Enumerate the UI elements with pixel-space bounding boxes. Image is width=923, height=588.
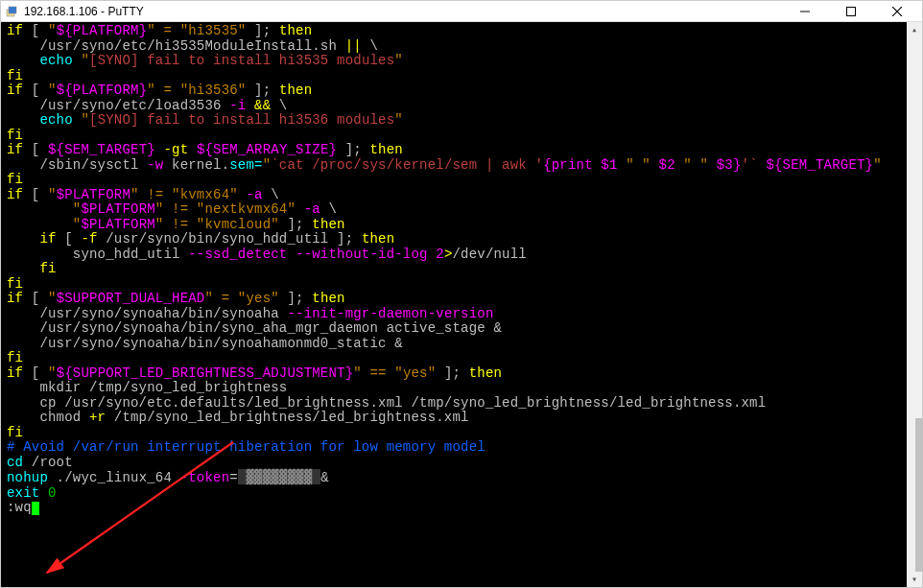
code-token: fi — [39, 261, 56, 276]
code-token: -a — [246, 187, 262, 202]
code-token: +r — [89, 410, 106, 425]
code-token: cd — [7, 455, 23, 470]
code-token: ${PLATFORM} — [57, 23, 148, 38]
cursor — [32, 502, 39, 515]
terminal-line: chmod +r /tmp/syno_led_brightness/led_br… — [7, 411, 916, 426]
code-token: ]; — [246, 23, 278, 38]
code-token: \ — [362, 38, 378, 54]
terminal-line: "$PLATFORM" != "kvmcloud" ]; then — [7, 218, 916, 233]
code-token: \ — [320, 201, 337, 217]
code-token: ]; — [436, 365, 468, 381]
terminal-line: "$PLATFORM" != "nextkvmx64" -a \ — [7, 202, 916, 218]
code-token: [SYNO] fail to install hi3535 modules — [89, 53, 394, 68]
code-token: ./wyc_linux_64 — [48, 470, 180, 485]
code-token: " — [48, 365, 57, 381]
terminal-line: if [ -f /usr/syno/bin/syno_hdd_util ]; t… — [7, 232, 916, 247]
terminal-line: if [ "$SUPPORT_DUAL_HEAD" = "yes" ]; the… — [7, 292, 916, 307]
code-token: $2 — [651, 157, 683, 173]
terminal-line: /usr/syno/synoaha/bin/synoaha --init-mgr… — [7, 307, 916, 322]
code-token: /usr/syno/synoaha/bin/synoahamonmd0_stat… — [7, 336, 403, 351]
code-token — [7, 112, 39, 128]
code-token: $SUPPORT_DUAL_HEAD — [57, 291, 205, 306]
code-token: /dev/null — [453, 247, 527, 262]
code-token: # Avoid /var/run interrupt hiberation fo… — [7, 439, 485, 455]
terminal-line: if [ "${PLATFORM}" = "hi3536" ]; then — [7, 83, 916, 99]
code-token: if — [7, 142, 23, 157]
code-token: /usr/syno/etc/load3536 — [7, 98, 229, 113]
code-token — [296, 201, 304, 217]
code-token: then — [312, 291, 344, 306]
terminal-line: /usr/syno/synoaha/bin/synoahamonmd0_stat… — [7, 337, 916, 352]
code-token: --ssd_detect --without-id-log 2 — [188, 247, 444, 262]
minimize-button[interactable] — [792, 2, 818, 21]
code-token: 0 — [39, 485, 56, 501]
terminal-line: /usr/syno/etc/load3536 -i && \ — [7, 99, 916, 114]
code-token: " — [81, 112, 89, 128]
vim-command-line[interactable]: :wq — [7, 501, 916, 516]
code-token: fi — [7, 172, 23, 187]
code-token: -a — [304, 201, 320, 217]
code-token: > — [444, 247, 453, 262]
code-token: if — [7, 187, 23, 202]
terminal-area[interactable]: if [ "${PLATFORM}" = "hi3535" ]; then /u… — [1, 22, 922, 587]
code-token: echo — [39, 112, 72, 128]
terminal-line: syno_hdd_util --ssd_detect --without-id-… — [7, 247, 916, 263]
code-token: $PLATFORM — [81, 201, 154, 217]
vertical-scrollbar[interactable]: ▴ ▾ — [907, 22, 922, 587]
code-token: kernel. — [163, 157, 229, 173]
code-token: --init-mgr-daemon-version — [287, 306, 493, 321]
terminal-line: /usr/syno/synoaha/bin/syno_aha_mgr_daemo… — [7, 321, 916, 337]
window-controls — [792, 2, 918, 21]
code-token: if — [7, 291, 23, 306]
terminal-line: cp /usr/syno/etc.defaults/led_brightness… — [7, 396, 916, 412]
terminal-line: # Avoid /var/run interrupt hiberation fo… — [7, 440, 916, 456]
code-token: & — [320, 470, 329, 485]
putty-icon — [5, 4, 20, 19]
code-token: $PLATFORM — [57, 187, 130, 202]
code-token: [ — [23, 187, 48, 202]
code-token: " — [48, 187, 57, 202]
terminal-line: fi — [7, 129, 916, 144]
scroll-down-button[interactable]: ▾ — [907, 572, 922, 587]
code-token: then — [370, 142, 403, 157]
code-token: || — [345, 38, 362, 54]
code-token: " " — [683, 157, 708, 173]
code-token: $PLATFORM — [81, 217, 154, 232]
code-token: /usr/syno/synoaha/bin/synoaha — [7, 306, 287, 321]
code-token — [7, 201, 73, 217]
terminal-line: if [ "${PLATFORM}" = "hi3535" ]; then — [7, 24, 916, 39]
code-token: $3} — [708, 157, 741, 173]
svg-rect-1 — [9, 7, 16, 13]
close-button[interactable] — [884, 2, 911, 21]
code-token: " = "hi3536" — [147, 82, 246, 98]
terminal-line: cd /root — [7, 456, 916, 471]
terminal-line: fi — [7, 262, 916, 277]
code-token: fi — [7, 425, 23, 440]
code-token: " != "nextkvmx64" — [155, 201, 296, 217]
code-token: ${SEM_TARGET} — [48, 142, 155, 157]
maximize-button[interactable] — [838, 2, 864, 21]
code-token: ]; — [337, 142, 369, 157]
code-token: if — [7, 365, 23, 381]
terminal-line: if [ "$PLATFORM" != "kvmx64" -a \ — [7, 188, 916, 203]
code-token: " — [394, 53, 403, 68]
terminal-line: /sbin/sysctl -w kernel.sem="`cat /proc/s… — [7, 158, 916, 174]
code-token: mkdir /tmp/syno_led_brightness — [7, 380, 287, 395]
terminal-line: fi — [7, 173, 916, 188]
code-token: exit — [7, 485, 39, 501]
code-token: /usr/syno/etc/hi3535ModuleInstall.sh — [7, 38, 345, 54]
titlebar[interactable]: 192.168.1.106 - PuTTY — [1, 1, 922, 22]
code-token: then — [279, 23, 312, 38]
code-token — [7, 217, 73, 232]
code-token: [ — [23, 142, 48, 157]
code-token: if — [7, 82, 23, 98]
terminal-line: nohup ./wyc_linux_64 -token= ▓▓▓▓▓▓▓▓ & — [7, 470, 916, 486]
code-token: fi — [7, 276, 23, 292]
code-token: -token — [180, 470, 230, 485]
scroll-thumb[interactable] — [915, 418, 923, 572]
scroll-up-button[interactable]: ▴ — [907, 22, 922, 37]
code-token: nohup — [7, 470, 48, 485]
code-token: echo — [39, 53, 72, 68]
code-token: /usr/syno/synoaha/bin/syno_aha_mgr_daemo… — [7, 320, 502, 336]
code-token: ▓▓▓▓▓▓▓▓ — [238, 469, 320, 484]
